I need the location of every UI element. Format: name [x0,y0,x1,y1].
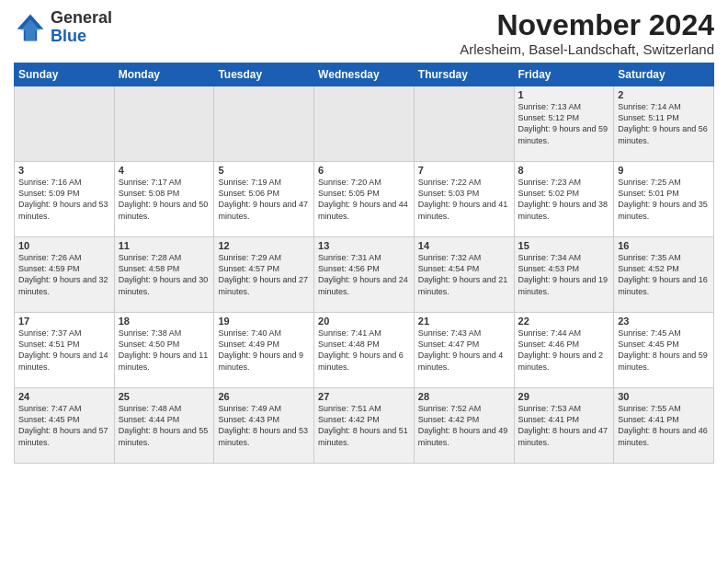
day-info: Sunrise: 7:47 AM Sunset: 4:45 PM Dayligh… [18,403,110,448]
day-info: Sunrise: 7:17 AM Sunset: 5:08 PM Dayligh… [119,177,210,222]
table-row: 17Sunrise: 7:37 AM Sunset: 4:51 PM Dayli… [15,313,115,388]
day-info: Sunrise: 7:14 AM Sunset: 5:11 PM Dayligh… [618,101,710,146]
header-sunday: Sunday [15,63,115,86]
day-info: Sunrise: 7:19 AM Sunset: 5:06 PM Dayligh… [218,177,310,222]
table-row [15,86,115,162]
day-number: 22 [518,316,610,327]
table-row: 8Sunrise: 7:23 AM Sunset: 5:02 PM Daylig… [514,162,614,237]
day-number: 6 [318,165,410,176]
calendar-week-row: 17Sunrise: 7:37 AM Sunset: 4:51 PM Dayli… [15,313,714,388]
day-number: 12 [218,240,310,251]
calendar-title: November 2024 [460,9,714,41]
day-info: Sunrise: 7:44 AM Sunset: 4:46 PM Dayligh… [518,327,610,373]
day-info: Sunrise: 7:48 AM Sunset: 4:44 PM Dayligh… [119,403,210,448]
table-row: 16Sunrise: 7:35 AM Sunset: 4:52 PM Dayli… [614,237,714,313]
day-info: Sunrise: 7:31 AM Sunset: 4:56 PM Dayligh… [318,252,410,297]
day-info: Sunrise: 7:40 AM Sunset: 4:49 PM Dayligh… [218,327,310,373]
table-row: 2Sunrise: 7:14 AM Sunset: 5:11 PM Daylig… [614,86,714,162]
table-row: 27Sunrise: 7:51 AM Sunset: 4:42 PM Dayli… [314,388,415,464]
day-number: 24 [18,391,110,402]
table-row: 1Sunrise: 7:13 AM Sunset: 5:12 PM Daylig… [514,86,614,162]
day-number: 4 [119,165,210,176]
day-info: Sunrise: 7:51 AM Sunset: 4:42 PM Dayligh… [318,403,410,448]
day-number: 10 [18,240,110,251]
logo-icon [14,11,47,44]
day-number: 23 [618,316,710,327]
day-number: 19 [218,316,310,327]
table-row [114,86,214,162]
day-number: 2 [618,89,710,100]
day-info: Sunrise: 7:38 AM Sunset: 4:50 PM Dayligh… [119,327,210,373]
day-number: 29 [518,391,610,402]
table-row: 9Sunrise: 7:25 AM Sunset: 5:01 PM Daylig… [614,162,714,237]
day-number: 3 [18,165,110,176]
table-row: 28Sunrise: 7:52 AM Sunset: 4:42 PM Dayli… [414,388,514,464]
day-info: Sunrise: 7:34 AM Sunset: 4:53 PM Dayligh… [518,252,610,297]
day-number: 16 [618,240,710,251]
header-wednesday: Wednesday [314,63,415,86]
day-number: 15 [518,240,610,251]
header-friday: Friday [514,63,614,86]
day-info: Sunrise: 7:20 AM Sunset: 5:05 PM Dayligh… [318,177,410,222]
day-info: Sunrise: 7:49 AM Sunset: 4:43 PM Dayligh… [218,403,310,448]
page: General Blue November 2024 Arlesheim, Ba… [0,0,728,473]
table-row: 6Sunrise: 7:20 AM Sunset: 5:05 PM Daylig… [314,162,415,237]
day-number: 21 [418,316,510,327]
day-info: Sunrise: 7:26 AM Sunset: 4:59 PM Dayligh… [18,252,110,297]
table-row: 11Sunrise: 7:28 AM Sunset: 4:58 PM Dayli… [114,237,214,313]
day-info: Sunrise: 7:29 AM Sunset: 4:57 PM Dayligh… [218,252,310,297]
table-row [314,86,415,162]
table-row: 18Sunrise: 7:38 AM Sunset: 4:50 PM Dayli… [114,313,214,388]
title-block: November 2024 Arlesheim, Basel-Landschaf… [460,9,714,57]
header: General Blue November 2024 Arlesheim, Ba… [14,9,714,57]
day-number: 5 [218,165,310,176]
day-number: 13 [318,240,410,251]
calendar-week-row: 3Sunrise: 7:16 AM Sunset: 5:09 PM Daylig… [15,162,714,237]
header-saturday: Saturday [614,63,714,86]
day-number: 8 [518,165,610,176]
logo: General Blue [14,9,112,46]
table-row: 14Sunrise: 7:32 AM Sunset: 4:54 PM Dayli… [414,237,514,313]
day-number: 26 [218,391,310,402]
table-row: 13Sunrise: 7:31 AM Sunset: 4:56 PM Dayli… [314,237,415,313]
header-thursday: Thursday [414,63,514,86]
table-row: 20Sunrise: 7:41 AM Sunset: 4:48 PM Dayli… [314,313,415,388]
day-info: Sunrise: 7:43 AM Sunset: 4:47 PM Dayligh… [418,327,510,373]
day-info: Sunrise: 7:22 AM Sunset: 5:03 PM Dayligh… [418,177,510,222]
day-number: 9 [618,165,710,176]
day-info: Sunrise: 7:16 AM Sunset: 5:09 PM Dayligh… [18,177,110,222]
calendar-week-row: 10Sunrise: 7:26 AM Sunset: 4:59 PM Dayli… [15,237,714,313]
day-info: Sunrise: 7:41 AM Sunset: 4:48 PM Dayligh… [318,327,410,373]
day-info: Sunrise: 7:52 AM Sunset: 4:42 PM Dayligh… [418,403,510,448]
day-info: Sunrise: 7:45 AM Sunset: 4:45 PM Dayligh… [618,327,710,373]
table-row: 29Sunrise: 7:53 AM Sunset: 4:41 PM Dayli… [514,388,614,464]
table-row: 19Sunrise: 7:40 AM Sunset: 4:49 PM Dayli… [214,313,314,388]
table-row: 10Sunrise: 7:26 AM Sunset: 4:59 PM Dayli… [15,237,115,313]
table-row [414,86,514,162]
day-info: Sunrise: 7:37 AM Sunset: 4:51 PM Dayligh… [18,327,110,373]
table-row [214,86,314,162]
day-info: Sunrise: 7:53 AM Sunset: 4:41 PM Dayligh… [518,403,610,448]
day-info: Sunrise: 7:35 AM Sunset: 4:52 PM Dayligh… [618,252,710,297]
day-number: 18 [119,316,210,327]
table-row: 25Sunrise: 7:48 AM Sunset: 4:44 PM Dayli… [114,388,214,464]
calendar-table: Sunday Monday Tuesday Wednesday Thursday… [14,63,714,464]
day-number: 27 [318,391,410,402]
day-number: 1 [518,89,610,100]
table-row: 3Sunrise: 7:16 AM Sunset: 5:09 PM Daylig… [15,162,115,237]
day-number: 20 [318,316,410,327]
day-info: Sunrise: 7:28 AM Sunset: 4:58 PM Dayligh… [119,252,210,297]
day-number: 11 [119,240,210,251]
day-info: Sunrise: 7:55 AM Sunset: 4:41 PM Dayligh… [618,403,710,448]
calendar-subtitle: Arlesheim, Basel-Landschaft, Switzerland [460,41,714,57]
table-row: 30Sunrise: 7:55 AM Sunset: 4:41 PM Dayli… [614,388,714,464]
day-number: 7 [418,165,510,176]
table-row: 12Sunrise: 7:29 AM Sunset: 4:57 PM Dayli… [214,237,314,313]
table-row: 24Sunrise: 7:47 AM Sunset: 4:45 PM Dayli… [15,388,115,464]
day-info: Sunrise: 7:25 AM Sunset: 5:01 PM Dayligh… [618,177,710,222]
table-row: 15Sunrise: 7:34 AM Sunset: 4:53 PM Dayli… [514,237,614,313]
calendar-week-row: 24Sunrise: 7:47 AM Sunset: 4:45 PM Dayli… [15,388,714,464]
table-row: 5Sunrise: 7:19 AM Sunset: 5:06 PM Daylig… [214,162,314,237]
table-row: 22Sunrise: 7:44 AM Sunset: 4:46 PM Dayli… [514,313,614,388]
table-row: 23Sunrise: 7:45 AM Sunset: 4:45 PM Dayli… [614,313,714,388]
